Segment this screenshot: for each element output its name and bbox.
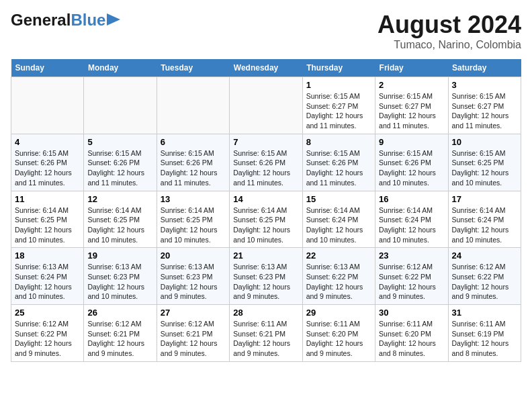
calendar-day-empty: [84, 77, 157, 134]
title-area: August 2024 Tumaco, Narino, Colombia: [378, 11, 521, 51]
calendar-day-18: 18Sunrise: 6:13 AM Sunset: 6:24 PM Dayli…: [11, 248, 84, 305]
day-info: Sunrise: 6:13 AM Sunset: 6:23 PM Dayligh…: [233, 262, 298, 302]
calendar-day-29: 29Sunrise: 6:11 AM Sunset: 6:20 PM Dayli…: [302, 305, 375, 362]
day-info: Sunrise: 6:12 AM Sunset: 6:21 PM Dayligh…: [161, 319, 226, 359]
month-title: August 2024: [378, 11, 521, 39]
calendar-day-5: 5Sunrise: 6:15 AM Sunset: 6:26 PM Daylig…: [84, 134, 157, 191]
calendar-day-1: 1Sunrise: 6:15 AM Sunset: 6:27 PM Daylig…: [302, 77, 375, 134]
day-info: Sunrise: 6:15 AM Sunset: 6:27 PM Dayligh…: [379, 91, 444, 131]
day-number: 15: [306, 194, 371, 204]
calendar-day-16: 16Sunrise: 6:14 AM Sunset: 6:24 PM Dayli…: [375, 191, 448, 248]
col-header-monday: Monday: [84, 59, 157, 77]
day-info: Sunrise: 6:11 AM Sunset: 6:20 PM Dayligh…: [306, 319, 371, 359]
day-number: 26: [87, 308, 152, 318]
logo: GeneralBlue: [11, 11, 105, 30]
day-info: Sunrise: 6:13 AM Sunset: 6:24 PM Dayligh…: [15, 262, 80, 302]
calendar-table: SundayMondayTuesdayWednesdayThursdayFrid…: [11, 59, 521, 362]
calendar-week-3: 11Sunrise: 6:14 AM Sunset: 6:25 PM Dayli…: [11, 191, 521, 248]
day-number: 13: [161, 194, 226, 204]
calendar-day-13: 13Sunrise: 6:14 AM Sunset: 6:25 PM Dayli…: [157, 191, 229, 248]
day-number: 8: [306, 137, 371, 147]
day-info: Sunrise: 6:12 AM Sunset: 6:21 PM Dayligh…: [87, 319, 152, 359]
day-number: 25: [15, 308, 80, 318]
col-header-thursday: Thursday: [302, 59, 375, 77]
day-number: 10: [452, 137, 517, 147]
day-info: Sunrise: 6:15 AM Sunset: 6:27 PM Dayligh…: [452, 91, 517, 131]
logo-arrow-icon: [107, 13, 120, 26]
day-info: Sunrise: 6:14 AM Sunset: 6:25 PM Dayligh…: [161, 205, 226, 245]
calendar-day-21: 21Sunrise: 6:13 AM Sunset: 6:23 PM Dayli…: [230, 248, 302, 305]
calendar-day-26: 26Sunrise: 6:12 AM Sunset: 6:21 PM Dayli…: [84, 305, 157, 362]
calendar-day-4: 4Sunrise: 6:15 AM Sunset: 6:26 PM Daylig…: [11, 134, 84, 191]
day-number: 6: [161, 137, 226, 147]
day-number: 19: [87, 250, 152, 261]
calendar-day-23: 23Sunrise: 6:12 AM Sunset: 6:22 PM Dayli…: [375, 248, 448, 305]
day-number: 27: [161, 308, 226, 318]
calendar-day-19: 19Sunrise: 6:13 AM Sunset: 6:23 PM Dayli…: [84, 248, 157, 305]
day-info: Sunrise: 6:15 AM Sunset: 6:27 PM Dayligh…: [306, 91, 371, 131]
day-number: 28: [233, 308, 298, 318]
day-info: Sunrise: 6:15 AM Sunset: 6:26 PM Dayligh…: [233, 148, 298, 188]
day-info: Sunrise: 6:15 AM Sunset: 6:26 PM Dayligh…: [161, 148, 226, 188]
day-number: 14: [233, 194, 298, 204]
col-header-tuesday: Tuesday: [157, 59, 229, 77]
calendar-day-10: 10Sunrise: 6:15 AM Sunset: 6:25 PM Dayli…: [448, 134, 521, 191]
day-info: Sunrise: 6:15 AM Sunset: 6:26 PM Dayligh…: [87, 148, 152, 188]
day-info: Sunrise: 6:12 AM Sunset: 6:22 PM Dayligh…: [379, 262, 444, 302]
day-number: 23: [379, 250, 444, 261]
calendar-header-row: SundayMondayTuesdayWednesdayThursdayFrid…: [11, 59, 521, 77]
day-number: 30: [379, 308, 444, 318]
day-number: 18: [15, 250, 80, 261]
calendar-week-4: 18Sunrise: 6:13 AM Sunset: 6:24 PM Dayli…: [11, 248, 521, 305]
day-info: Sunrise: 6:12 AM Sunset: 6:22 PM Dayligh…: [452, 262, 517, 302]
day-info: Sunrise: 6:11 AM Sunset: 6:21 PM Dayligh…: [233, 319, 298, 359]
calendar-day-30: 30Sunrise: 6:11 AM Sunset: 6:20 PM Dayli…: [375, 305, 448, 362]
day-number: 22: [306, 250, 371, 261]
calendar-day-empty: [11, 77, 84, 134]
day-number: 16: [379, 194, 444, 204]
calendar-day-28: 28Sunrise: 6:11 AM Sunset: 6:21 PM Dayli…: [230, 305, 302, 362]
day-number: 1: [306, 80, 371, 90]
calendar-week-1: 1Sunrise: 6:15 AM Sunset: 6:27 PM Daylig…: [11, 77, 521, 134]
day-info: Sunrise: 6:12 AM Sunset: 6:22 PM Dayligh…: [15, 319, 80, 359]
calendar-day-15: 15Sunrise: 6:14 AM Sunset: 6:24 PM Dayli…: [302, 191, 375, 248]
calendar-day-17: 17Sunrise: 6:14 AM Sunset: 6:24 PM Dayli…: [448, 191, 521, 248]
day-number: 7: [233, 137, 298, 147]
day-number: 12: [87, 194, 152, 204]
day-info: Sunrise: 6:14 AM Sunset: 6:24 PM Dayligh…: [452, 205, 517, 245]
day-info: Sunrise: 6:14 AM Sunset: 6:25 PM Dayligh…: [15, 205, 80, 245]
day-info: Sunrise: 6:14 AM Sunset: 6:24 PM Dayligh…: [379, 205, 444, 245]
logo-general: General: [11, 11, 71, 29]
calendar-day-12: 12Sunrise: 6:14 AM Sunset: 6:25 PM Dayli…: [84, 191, 157, 248]
day-info: Sunrise: 6:15 AM Sunset: 6:26 PM Dayligh…: [306, 148, 371, 188]
logo-blue: Blue: [71, 11, 105, 29]
day-info: Sunrise: 6:11 AM Sunset: 6:19 PM Dayligh…: [452, 319, 517, 359]
day-info: Sunrise: 6:14 AM Sunset: 6:25 PM Dayligh…: [233, 205, 298, 245]
day-number: 24: [452, 250, 517, 261]
day-number: 20: [161, 250, 226, 261]
calendar-day-6: 6Sunrise: 6:15 AM Sunset: 6:26 PM Daylig…: [157, 134, 229, 191]
page-header: GeneralBlue August 2024 Tumaco, Narino, …: [11, 11, 521, 51]
calendar-day-27: 27Sunrise: 6:12 AM Sunset: 6:21 PM Dayli…: [157, 305, 229, 362]
day-number: 5: [87, 137, 152, 147]
calendar-day-31: 31Sunrise: 6:11 AM Sunset: 6:19 PM Dayli…: [448, 305, 521, 362]
calendar-day-3: 3Sunrise: 6:15 AM Sunset: 6:27 PM Daylig…: [448, 77, 521, 134]
day-number: 29: [306, 308, 371, 318]
day-info: Sunrise: 6:14 AM Sunset: 6:25 PM Dayligh…: [87, 205, 152, 245]
day-info: Sunrise: 6:14 AM Sunset: 6:24 PM Dayligh…: [306, 205, 371, 245]
day-info: Sunrise: 6:13 AM Sunset: 6:23 PM Dayligh…: [87, 262, 152, 302]
day-number: 11: [15, 194, 80, 204]
col-header-sunday: Sunday: [11, 59, 84, 77]
calendar-day-8: 8Sunrise: 6:15 AM Sunset: 6:26 PM Daylig…: [302, 134, 375, 191]
calendar-day-14: 14Sunrise: 6:14 AM Sunset: 6:25 PM Dayli…: [230, 191, 302, 248]
day-info: Sunrise: 6:15 AM Sunset: 6:26 PM Dayligh…: [379, 148, 444, 188]
col-header-saturday: Saturday: [448, 59, 521, 77]
col-header-friday: Friday: [375, 59, 448, 77]
calendar-day-20: 20Sunrise: 6:13 AM Sunset: 6:23 PM Dayli…: [157, 248, 229, 305]
location: Tumaco, Narino, Colombia: [378, 39, 521, 51]
calendar-week-2: 4Sunrise: 6:15 AM Sunset: 6:26 PM Daylig…: [11, 134, 521, 191]
calendar-day-empty: [157, 77, 229, 134]
day-number: 21: [233, 250, 298, 261]
day-info: Sunrise: 6:13 AM Sunset: 6:22 PM Dayligh…: [306, 262, 371, 302]
day-number: 9: [379, 137, 444, 147]
